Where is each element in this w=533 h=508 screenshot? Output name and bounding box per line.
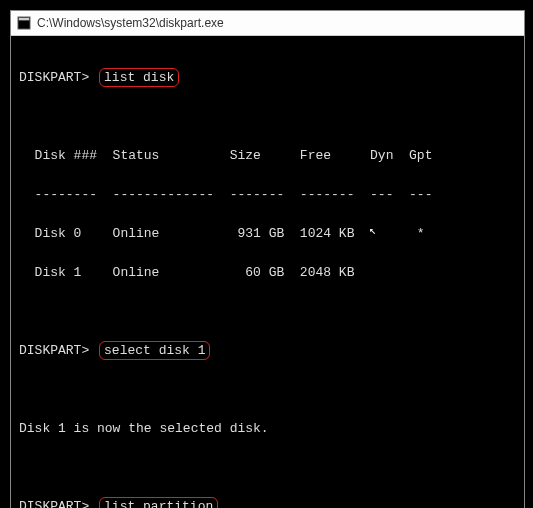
command-list-partition: list partition xyxy=(99,497,218,508)
app-icon xyxy=(17,16,31,30)
disk-table-header: Disk ### Status Size Free Dyn Gpt xyxy=(19,146,516,166)
svg-rect-1 xyxy=(19,18,30,21)
disk-table-divider: -------- ------------- ------- ------- -… xyxy=(19,185,516,205)
mouse-cursor-icon: ↖ xyxy=(369,222,377,234)
titlebar[interactable]: C:\Windows\system32\diskpart.exe xyxy=(11,11,524,36)
table-row: Disk 1 Online 60 GB 2048 KB xyxy=(19,263,516,283)
window-frame: C:\Windows\system32\diskpart.exe DISKPAR… xyxy=(10,10,525,508)
command-select-disk: select disk 1 xyxy=(99,341,210,361)
terminal-output[interactable]: DISKPART> list disk Disk ### Status Size… xyxy=(11,36,524,508)
status-message: Disk 1 is now the selected disk. xyxy=(19,419,516,439)
window-title: C:\Windows\system32\diskpart.exe xyxy=(37,16,224,30)
command-list-disk: list disk xyxy=(99,68,179,88)
table-row: Disk 0 Online 931 GB 1024 KB * xyxy=(19,224,516,244)
prompt: DISKPART> xyxy=(19,343,89,358)
prompt: DISKPART> xyxy=(19,70,89,85)
prompt: DISKPART> xyxy=(19,499,89,508)
